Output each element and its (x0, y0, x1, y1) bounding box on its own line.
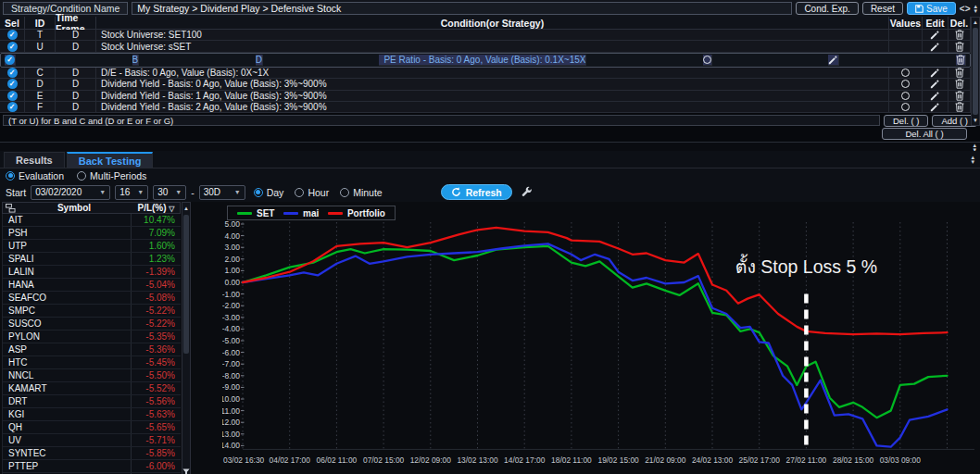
pl-column-header[interactable]: P/L(%) ▽ (131, 203, 182, 213)
radio-icon[interactable] (6, 171, 15, 181)
selected-check-icon[interactable]: ✓ (7, 79, 18, 89)
scroll-up-icon[interactable]: ▲ (183, 203, 189, 213)
edit-pencil-icon[interactable] (930, 102, 940, 112)
scroll-down-icon[interactable]: ▼ (973, 116, 978, 125)
edit-pencil-icon[interactable] (930, 42, 940, 52)
del-all-button[interactable]: Del. All ( ) (882, 128, 967, 140)
symbol-row[interactable]: PSH7.09% (3, 227, 181, 240)
symbol-row[interactable]: HANA-5.04% (3, 279, 181, 292)
scrollbar-thumb[interactable] (973, 28, 978, 115)
radio-icon[interactable] (77, 171, 86, 181)
radio-icon[interactable] (254, 188, 263, 197)
tab-results[interactable]: Results (4, 152, 65, 168)
radio-evaluation[interactable]: Evaluation (6, 170, 64, 181)
symbol-row[interactable]: KAMART-5.52% (3, 382, 181, 395)
collapse-horizontal-icon[interactable]: <> (960, 4, 971, 14)
scrollbar-thumb[interactable] (183, 215, 189, 354)
radio-icon[interactable] (295, 188, 304, 197)
expand-vertical-icon[interactable]: ▴▾ (974, 4, 977, 13)
start-date-select[interactable]: 03/02/2020▼ (31, 185, 110, 200)
values-circle-icon[interactable] (901, 80, 910, 88)
radio-multi-periods[interactable]: Multi-Periods (77, 170, 146, 181)
selected-check-icon[interactable]: ✓ (7, 68, 18, 78)
refresh-button[interactable]: Refresh (441, 184, 512, 200)
reset-button[interactable]: Reset (862, 2, 903, 15)
splitter-expand-icon[interactable]: ▴▾ (973, 143, 976, 152)
edit-pencil-icon[interactable] (828, 55, 838, 65)
col-condition: Condition(or Strategy) (96, 17, 889, 29)
condition-row[interactable]: ✓DDDividend Yield - Basis: 0 Ago, Value … (0, 79, 971, 90)
symbol-row[interactable]: HTC-5.45% (3, 356, 181, 369)
symbol-row[interactable]: ASP-5.36% (3, 343, 181, 356)
scroll-up-icon[interactable]: ▲ (973, 18, 978, 27)
symbol-row[interactable]: AIT10.47% (3, 214, 181, 227)
edit-pencil-icon[interactable] (930, 79, 940, 89)
delete-trash-icon[interactable] (955, 30, 964, 40)
values-circle-icon[interactable] (901, 92, 910, 100)
edit-pencil-icon[interactable] (930, 68, 940, 78)
filter-funnel-icon[interactable] (182, 467, 190, 474)
strategy-name-input[interactable] (132, 2, 792, 15)
selected-check-icon[interactable]: ✓ (7, 42, 18, 52)
condition-row[interactable]: ✓EDDividend Yield - Basis: 1 Ago, Value … (0, 91, 971, 102)
condition-scrollbar[interactable]: ▲ ▼ (971, 17, 980, 126)
sort-descending-icon[interactable]: ▽ (169, 205, 174, 213)
selected-check-icon[interactable]: ✓ (5, 55, 15, 65)
symbol-row[interactable]: LALIN-1.39% (3, 266, 181, 279)
symbol-row[interactable]: DRT-5.56% (3, 395, 181, 408)
condition-formula[interactable]: (T or U) for B and C and (D or E or F or… (3, 115, 880, 126)
del-group-button[interactable]: Del. ( ) (884, 115, 929, 127)
delete-trash-icon[interactable] (955, 68, 964, 78)
symbol-row[interactable]: QH-5.65% (3, 421, 181, 434)
values-circle-icon[interactable] (703, 56, 711, 64)
selected-check-icon[interactable]: ✓ (7, 91, 18, 101)
start-hour-select[interactable]: 16▼ (115, 185, 148, 200)
symbol-row[interactable]: SUSCO-5.22% (3, 318, 181, 331)
symbol-row[interactable]: UV-5.71% (3, 434, 181, 447)
condition-row[interactable]: ✓UDStock Universe: sSET (0, 41, 971, 52)
delete-trash-icon[interactable] (955, 79, 964, 89)
values-circle-icon[interactable] (901, 103, 910, 111)
col-sel: Sel (0, 17, 25, 29)
symbol-scrollbar[interactable]: ▲ (182, 202, 191, 474)
tab-back-testing[interactable]: Back Testing (67, 152, 154, 168)
backtest-chart[interactable]: 5.004.003.002.001.000.00-1.00-2.00-3.00-… (222, 202, 980, 474)
symbol-row[interactable]: KGI-5.63% (3, 408, 181, 421)
selected-check-icon[interactable]: ✓ (7, 30, 18, 40)
radio-hour[interactable]: Hour (295, 187, 329, 198)
delete-trash-icon[interactable] (955, 91, 964, 101)
delete-trash-icon[interactable] (955, 102, 964, 112)
panel-splitter[interactable]: ▴▾ (0, 142, 980, 151)
selected-check-icon[interactable]: ✓ (7, 102, 18, 112)
radio-icon[interactable] (340, 188, 349, 197)
symbol-column-header[interactable]: Symbol (18, 203, 131, 213)
start-minute-select[interactable]: 30▼ (153, 185, 186, 200)
symbol-row[interactable]: UTP1.60% (3, 240, 181, 253)
condition-row[interactable]: ✓BDPE Ratio - Basis: 0 Ago, Value (Basis… (0, 53, 971, 68)
values-circle-icon[interactable] (901, 69, 910, 77)
radio-minute[interactable]: Minute (340, 187, 383, 198)
cond-exp-button[interactable]: Cond. Exp. (796, 2, 858, 15)
delete-trash-icon[interactable] (956, 55, 965, 65)
settings-wrench-icon[interactable] (521, 186, 533, 198)
radio-day[interactable]: Day (254, 187, 284, 198)
symbol-row[interactable]: PTTEP-6.00% (3, 460, 181, 473)
symbol-row[interactable]: NNCL-5.50% (3, 369, 181, 382)
edit-pencil-icon[interactable] (930, 91, 940, 101)
symbol-row[interactable]: SEAFCO-5.08% (3, 292, 181, 305)
save-button[interactable]: Save (907, 2, 956, 15)
condition-row[interactable]: ✓FDDividend Yield - Basis: 2 Ago, Value … (0, 102, 971, 113)
delete-trash-icon[interactable] (955, 42, 964, 52)
pl-value: 7.09% (131, 227, 181, 239)
symbol-name: NNCL (3, 369, 131, 381)
condition-row[interactable]: ✓TDStock Universe: SET100 (0, 30, 971, 41)
symbol-row[interactable]: SMPC-5.22% (3, 305, 181, 318)
condition-row[interactable]: ✓CDD/E - Basis: 0 Ago, Value (Basis): 0X… (0, 68, 971, 79)
period-select[interactable]: 30D▼ (199, 185, 245, 200)
symbol-row[interactable]: SYNTEC-5.85% (3, 447, 181, 460)
edit-pencil-icon[interactable] (930, 30, 940, 40)
symbol-row[interactable]: PYLON-5.35% (3, 331, 181, 343)
symbol-row[interactable]: SPALI1.23% (3, 253, 181, 266)
tabs-expand-icon[interactable]: ▴▾ (971, 155, 974, 164)
layout-columns-icon[interactable] (3, 204, 18, 213)
